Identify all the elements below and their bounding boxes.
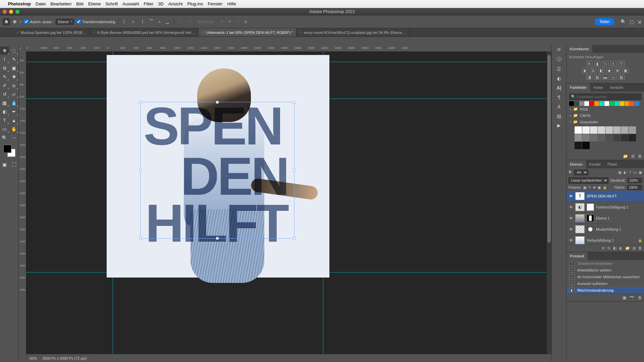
menu-help[interactable]: Hilfe [227,1,236,6]
transform-handle[interactable] [216,237,219,240]
minimize-window-icon[interactable] [9,10,13,14]
filter-adj-icon[interactable]: ◐ [624,170,627,175]
gray-swatch[interactable] [575,134,582,141]
type-tool[interactable]: T [0,116,9,124]
paragraph-panel-icon[interactable]: ¶ [558,95,560,100]
swatch-folder-rgb[interactable]: ▸📁RGB [569,106,641,112]
blur-tool[interactable]: 💧 [10,99,18,107]
marquee-tool[interactable]: ◌ [10,47,18,55]
scrollbar-thumb[interactable] [547,55,551,243]
align-hcenter-icon[interactable]: ≡ [129,18,137,25]
layer-name[interactable]: SPEN DEN HILFT [587,194,642,198]
frame-tool[interactable]: ▣ [10,64,18,72]
menu-select[interactable]: Auswahl [122,1,139,6]
new-layer-icon[interactable]: ⊞ [633,246,636,250]
swatch-folder-grayscale[interactable]: ▾📂Graustufen [569,119,641,125]
swatch-search-input[interactable] [577,95,640,99]
gray-swatch[interactable] [575,126,582,134]
hue-adj-icon[interactable]: ◐ [582,68,588,73]
color-swatch[interactable] [630,101,634,106]
layer-filter-kind[interactable]: Art [574,170,588,175]
path-select-tool[interactable]: ▲ [10,116,18,124]
lock-all-icon[interactable]: 🔒 [603,186,607,189]
color-swatch[interactable] [614,101,619,106]
transform-handle[interactable] [216,101,219,104]
scrollbar-vertical[interactable] [547,52,551,354]
close-tab-icon[interactable]: × [202,31,204,34]
auto-select-target-select[interactable]: Ebene ▾ [56,19,74,25]
invert-adj-icon[interactable]: ◨ [586,74,592,80]
add-mask-icon[interactable]: ◧ [613,246,616,250]
gray-swatch[interactable] [590,134,597,141]
trash-icon[interactable]: 🗑 [638,295,642,300]
align-left-icon[interactable]: ▏ [121,18,129,25]
gray-swatch[interactable] [613,126,621,134]
color-swatch[interactable] [635,101,639,106]
menu-3d[interactable]: 3D [158,1,164,6]
info-panel-icon[interactable]: ⓘ [557,56,561,62]
color-swatch[interactable] [594,101,599,106]
color-swatch[interactable] [599,101,604,106]
docinfo-chevron-icon[interactable]: › [92,356,94,360]
layer-row[interactable]: 👁 Verlaufsfüllung 1 🔒 [567,235,644,244]
zoom-level[interactable]: 50% [30,356,37,360]
doc-tab[interactable]: ×6-Style-Banner-3000x3000.psd bei 50% (H… [90,28,199,37]
tab-history[interactable]: Protokoll [567,252,588,260]
history-item[interactable]: ≡An horizontaler Mittelachse ausrichten [567,274,644,280]
gray-swatch[interactable] [575,142,582,149]
document-info[interactable]: 3500 Px x 3500 Px (72 ppi) [42,356,87,360]
new-adj-layer-icon[interactable]: ◐ [619,246,623,250]
new-folder-icon[interactable]: 📁 [623,154,628,159]
transform-handle[interactable] [139,237,142,240]
transform-controls-checkbox[interactable]: Transformationsstrg. [76,19,116,24]
transform-handle[interactable] [139,169,142,172]
actions-panel-icon[interactable]: ▶ [557,123,561,128]
levels-adj-icon[interactable]: ▮ [594,61,600,66]
history-panel-icon[interactable]: ⟳ [557,47,561,52]
opacity-field[interactable]: 100% [628,178,642,183]
color-swatches[interactable] [3,145,15,157]
tab-swatches[interactable]: Farbfelder [567,83,590,92]
healing-tool[interactable]: ✚ [10,73,18,81]
color-swatch[interactable] [625,101,629,106]
color-swatch[interactable] [589,101,594,106]
colbal-adj-icon[interactable]: ⚖ [590,68,596,73]
bw-adj-icon[interactable]: ◧ [598,68,604,73]
history-item[interactable]: TTextebene bearbeiten [567,260,644,267]
transform-box[interactable] [140,102,294,239]
quick-select-tool[interactable]: ✎ [10,55,18,63]
home-icon[interactable] [3,18,10,25]
link-layers-icon[interactable]: ⊘ [602,246,605,250]
brightness-adj-icon[interactable]: ☀ [586,61,592,66]
glyphs-panel-icon[interactable]: ▤ [557,113,561,119]
search-icon[interactable]: 🔍 [621,19,626,24]
menu-layer[interactable]: Ebene [88,1,101,6]
layer-name[interactable]: Verlaufsfüllung 1 [587,238,636,242]
tab-adjustments[interactable]: Korrekturen [567,45,592,53]
gray-swatch[interactable] [605,126,613,134]
transform-handle[interactable] [293,237,296,240]
menu-plugins[interactable]: Plug-ins [187,1,203,6]
channel-mixer-adj-icon[interactable]: ⊞ [614,68,621,73]
eyedropper-tool[interactable]: ✎ [0,73,9,81]
character-panel-icon[interactable]: A| [556,85,561,90]
zoom-tool[interactable]: 🔍 [0,134,9,142]
gray-swatch[interactable] [629,134,636,141]
visibility-icon[interactable]: 👁 [569,216,573,220]
color-swatch[interactable] [604,101,609,106]
menu-view[interactable]: Ansicht [168,1,183,6]
gray-swatch[interactable] [582,142,590,149]
new-swatch-icon[interactable]: ⊞ [631,154,635,159]
canvas-viewport[interactable]: SPEN DEN HILFT [26,52,551,354]
layer-row[interactable]: 👁 T SPEN DEN HILFT [567,191,644,202]
screen-mode-icon[interactable]: ▢ [630,19,634,24]
screenmode-tool-icon[interactable]: ⛶ [10,161,18,169]
hand-tool[interactable]: ✋ [10,125,18,133]
layer-name[interactable]: Ebene 1 [596,216,642,220]
photo-filter-adj-icon[interactable]: ◉ [606,68,612,73]
align-top-icon[interactable]: ▔ [148,18,155,25]
character-styles-icon[interactable]: A [557,104,560,109]
new-group-icon[interactable]: 📁 [625,246,630,250]
color-swatch[interactable] [609,101,614,106]
blend-mode-select[interactable]: Linear nachbelichten [569,177,608,184]
